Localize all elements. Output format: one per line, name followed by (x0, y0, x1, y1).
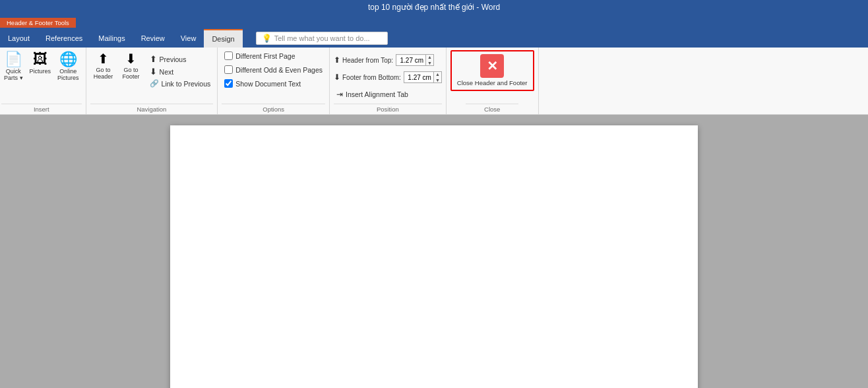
header-footer-tools-bar: Header & Footer Tools (0, 15, 868, 29)
footer-from-bottom-label: ⬇ Footer from Bottom: (334, 73, 401, 82)
goto-footer-icon: ⬇ (125, 52, 137, 65)
goto-header-button[interactable]: ⬆ Go toHeader (90, 50, 117, 82)
different-first-page-checkbox[interactable]: Different First Page (222, 50, 297, 61)
different-odd-even-checkbox[interactable]: Different Odd & Even Pages (222, 64, 325, 75)
document-page (170, 125, 698, 388)
navigation-section: ⬆ Go toHeader ⬇ Go toFooter ⬆ Previous ⬇… (86, 48, 218, 114)
link-icon: 🔗 (150, 79, 159, 88)
next-icon: ⬇ (150, 67, 157, 77)
position-section: ⬆ Header from Top: ▲ ▼ ⬇ Footer from Bot… (330, 48, 447, 114)
footer-from-bottom-row: ⬇ Footer from Bottom: ▲ ▼ (334, 71, 442, 83)
close-header-footer-button[interactable]: ✕ Close Header and Footer (450, 50, 534, 91)
goto-header-icon: ⬆ (98, 52, 109, 65)
link-to-previous-button[interactable]: 🔗 Link to Previous (147, 78, 214, 89)
show-document-text-checkbox[interactable]: Show Document Text (222, 78, 303, 89)
tab-design[interactable]: Design (204, 29, 242, 48)
options-section: Different First Page Different Odd & Eve… (218, 48, 330, 114)
header-from-top-spinner[interactable]: ▲ ▼ (396, 54, 434, 66)
online-pictures-icon: 🌐 (59, 52, 77, 67)
tab-review[interactable]: Review (133, 29, 173, 48)
different-odd-even-input[interactable] (224, 65, 233, 74)
tab-view[interactable]: View (173, 29, 204, 48)
quick-parts-icon: 📄 (5, 52, 22, 67)
tell-me-input[interactable]: 💡 Tell me what you want to do... (256, 32, 388, 45)
footer-from-bottom-arrows: ▲ ▼ (433, 71, 441, 83)
ribbon-tabs: Layout References Mailings Review View D… (0, 29, 868, 48)
options-section-label: Options (222, 104, 325, 113)
close-header-footer-label: Close Header and Footer (457, 79, 528, 87)
header-footer-tools-label: Header & Footer Tools (0, 18, 76, 28)
close-section-label: Close (466, 104, 518, 113)
pictures-button[interactable]: 🖼 Pictures (27, 50, 54, 77)
next-button[interactable]: ⬇ Next (147, 65, 214, 78)
nav-buttons: ⬆ Previous ⬇ Next 🔗 Link to Previous (147, 50, 214, 89)
footer-from-bottom-down[interactable]: ▼ (434, 77, 441, 83)
header-from-top-row: ⬆ Header from Top: ▲ ▼ (334, 54, 434, 66)
tab-mailings[interactable]: Mailings (90, 29, 133, 48)
title-bar: top 10 người đẹp nhất thế giới - Word (0, 0, 868, 15)
navigation-section-label: Navigation (90, 104, 214, 113)
position-section-label: Position (334, 104, 442, 113)
header-from-top-down[interactable]: ▼ (426, 60, 433, 66)
online-pictures-button[interactable]: 🌐 OnlinePictures (55, 50, 82, 83)
header-from-top-label: ⬆ Header from Top: (334, 55, 393, 65)
insert-section-label: Insert (1, 104, 82, 113)
header-icon: ⬆ (334, 55, 340, 65)
document-title: top 10 người đẹp nhất thế giới - Word (368, 3, 500, 12)
lightbulb-icon: 💡 (262, 34, 272, 43)
quick-parts-button[interactable]: 📄 QuickParts ▾ (1, 50, 26, 83)
previous-button[interactable]: ⬆ Previous (147, 53, 214, 65)
close-x-icon: ✕ (480, 54, 504, 78)
tell-me-placeholder: Tell me what you want to do... (274, 34, 370, 42)
insert-alignment-tab-button[interactable]: ⇥ Insert Alignment Tab (334, 88, 411, 100)
goto-footer-button[interactable]: ⬇ Go toFooter (118, 50, 144, 82)
different-first-page-input[interactable] (224, 51, 233, 60)
show-document-text-input[interactable] (224, 79, 233, 88)
header-from-top-up[interactable]: ▲ (426, 54, 433, 60)
footer-from-bottom-input[interactable] (404, 73, 433, 82)
footer-icon: ⬇ (334, 73, 340, 82)
document-area (0, 115, 868, 388)
footer-from-bottom-up[interactable]: ▲ (434, 71, 441, 77)
previous-icon: ⬆ (150, 54, 157, 64)
tab-references[interactable]: References (38, 29, 90, 48)
ribbon: 📄 QuickParts ▾ 🖼 Pictures 🌐 OnlinePictur… (0, 48, 868, 115)
insert-section: 📄 QuickParts ▾ 🖼 Pictures 🌐 OnlinePictur… (0, 48, 86, 114)
pictures-icon: 🖼 (33, 52, 47, 67)
tab-layout[interactable]: Layout (0, 29, 38, 48)
alignment-tab-icon: ⇥ (336, 90, 343, 99)
header-from-top-input[interactable] (396, 56, 425, 65)
header-from-top-arrows: ▲ ▼ (425, 54, 433, 66)
footer-from-bottom-spinner[interactable]: ▲ ▼ (404, 71, 442, 83)
